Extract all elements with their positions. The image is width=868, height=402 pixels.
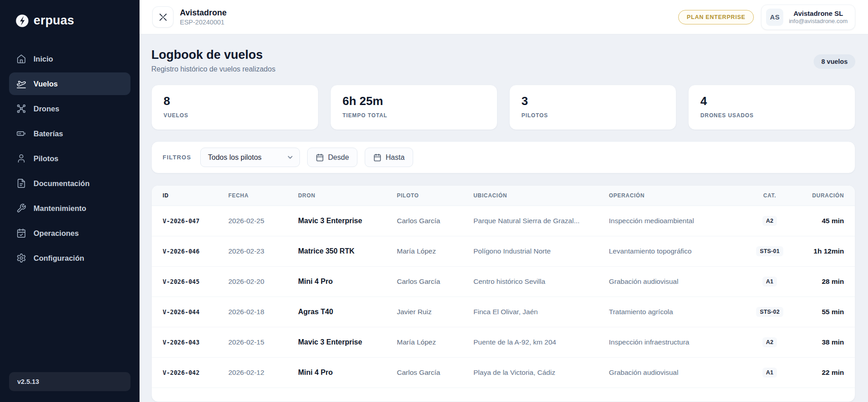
sidebar-item-label: Documentación bbox=[34, 179, 90, 188]
table-row[interactable]: V-2026-0452026-02-20Mini 4 ProCarlos Gar… bbox=[152, 267, 855, 297]
cell-duracion: 45 min bbox=[795, 217, 844, 225]
brand-logo-icon bbox=[15, 14, 29, 28]
column-header: DRON bbox=[298, 192, 397, 199]
cell-ubicacion: Finca El Olivar, Jaén bbox=[473, 308, 609, 316]
cell-fecha: 2026-02-18 bbox=[228, 308, 298, 316]
cell-id: V-2026-045 bbox=[163, 278, 228, 285]
table-row[interactable]: V-2026-0462026-02-23Matrice 350 RTKMaría… bbox=[152, 236, 855, 267]
sidebar-item-documentacion[interactable]: Documentación bbox=[9, 172, 130, 195]
cell-operacion: Grabación audiovisual bbox=[609, 278, 745, 286]
cell-dron: Mavic 3 Enterprise bbox=[298, 217, 397, 225]
category-badge: STS-02 bbox=[756, 307, 783, 317]
table-row[interactable]: V-2026-0432026-02-15Mavic 3 EnterpriseMa… bbox=[152, 327, 855, 358]
cell-cat: A2 bbox=[745, 216, 795, 226]
date-to-button[interactable]: Hasta bbox=[365, 148, 413, 167]
sidebar-item-label: Baterías bbox=[34, 129, 63, 138]
date-from-button[interactable]: Desde bbox=[307, 148, 357, 167]
cell-duracion: 55 min bbox=[795, 308, 844, 316]
stat-value: 6h 25m bbox=[342, 94, 485, 108]
date-from-label: Desde bbox=[328, 153, 349, 162]
user-icon bbox=[16, 153, 26, 163]
cell-cat: A2 bbox=[745, 337, 795, 347]
cell-cat: A1 bbox=[745, 277, 795, 287]
cell-dron: Mini 4 Pro bbox=[298, 278, 397, 286]
calendar-icon bbox=[316, 153, 324, 162]
sidebar-item-label: Drones bbox=[34, 105, 59, 113]
table-row[interactable]: V-2026-0472026-02-25Mavic 3 EnterpriseCa… bbox=[152, 206, 855, 236]
cell-cat: STS-01 bbox=[745, 246, 795, 256]
sidebar-item-pilotos[interactable]: Pilotos bbox=[9, 147, 130, 170]
user-email: info@avistadrone.com bbox=[789, 18, 848, 24]
category-badge: A1 bbox=[762, 277, 777, 287]
page-head-text: Logbook de vuelos Registro histórico de … bbox=[151, 48, 275, 73]
pilot-select-value: Todos los pilotos bbox=[208, 153, 261, 162]
drone-icon bbox=[16, 104, 26, 114]
stat-value: 4 bbox=[700, 94, 843, 108]
category-badge: A1 bbox=[762, 368, 777, 378]
category-badge: A2 bbox=[762, 216, 777, 226]
cell-piloto: María López bbox=[397, 338, 473, 346]
cell-ubicacion: Puente de la A-92, km 204 bbox=[473, 338, 609, 346]
sidebar-item-baterias[interactable]: Baterías bbox=[9, 122, 130, 145]
stat-value: 3 bbox=[521, 94, 664, 108]
cell-operacion: Levantamiento topográfico bbox=[609, 247, 745, 255]
cell-id: V-2026-047 bbox=[163, 217, 228, 225]
user-meta: Avistadrone SL info@avistadrone.com bbox=[789, 10, 848, 24]
page-subtitle: Registro histórico de vuelos realizados bbox=[151, 65, 275, 73]
table-row[interactable]: V-2026-0422026-02-12Mini 4 ProCarlos Gar… bbox=[152, 358, 855, 388]
sidebar-item-drones[interactable]: Drones bbox=[9, 97, 130, 120]
brand-logo: erpuas bbox=[9, 14, 130, 28]
cell-id: V-2026-046 bbox=[163, 248, 228, 255]
stat-card: 8VUELOS bbox=[151, 85, 318, 130]
stat-label: TIEMPO TOTAL bbox=[342, 112, 485, 119]
sidebar-item-label: Configuración bbox=[34, 254, 84, 263]
flight-count-badge: 8 vuelos bbox=[814, 54, 855, 69]
filters-label: FILTROS bbox=[163, 154, 191, 161]
cell-cat: STS-02 bbox=[745, 307, 795, 317]
plan-badge: PLAN ENTERPRISE bbox=[678, 10, 754, 24]
battery-icon bbox=[16, 129, 26, 139]
home-icon bbox=[16, 54, 26, 64]
cell-id: V-2026-044 bbox=[163, 308, 228, 316]
column-header: ID bbox=[163, 192, 228, 199]
cell-id: V-2026-042 bbox=[163, 369, 228, 376]
sidebar-item-vuelos[interactable]: Vuelos bbox=[9, 72, 130, 95]
sidebar-item-mantenimiento[interactable]: Mantenimiento bbox=[9, 197, 130, 220]
main-area: Avistadrone ESP-20240001 PLAN ENTERPRISE… bbox=[140, 0, 868, 402]
cell-piloto: Carlos García bbox=[397, 368, 473, 377]
user-menu[interactable]: AS Avistadrone SL info@avistadrone.com bbox=[761, 5, 855, 30]
column-header: DURACIÓN bbox=[795, 192, 844, 199]
sidebar-item-label: Mantenimiento bbox=[34, 204, 86, 213]
stat-label: VUELOS bbox=[164, 112, 306, 119]
stat-value: 8 bbox=[164, 94, 306, 108]
pilot-select[interactable]: Todos los pilotos bbox=[200, 148, 300, 167]
table-row[interactable]: V-2026-0442026-02-18Agras T40Javier Ruiz… bbox=[152, 297, 855, 327]
calendar-check-icon bbox=[16, 228, 26, 238]
document-icon bbox=[16, 178, 26, 188]
version-badge: v2.5.13 bbox=[9, 372, 130, 391]
wrench-icon bbox=[16, 203, 26, 213]
column-header: FECHA bbox=[228, 192, 298, 199]
stat-label: DRONES USADOS bbox=[700, 112, 843, 119]
cell-operacion: Inspección medioambiental bbox=[609, 217, 745, 225]
chevron-down-icon bbox=[286, 153, 294, 161]
cell-id: V-2026-043 bbox=[163, 339, 228, 346]
company-meta: Avistadrone ESP-20240001 bbox=[180, 8, 227, 26]
sidebar-item-configuracion[interactable]: Configuración bbox=[9, 247, 130, 269]
stat-label: PILOTOS bbox=[521, 112, 664, 119]
cell-piloto: Carlos García bbox=[397, 278, 473, 286]
sidebar-item-inicio[interactable]: Inicio bbox=[9, 48, 130, 70]
page-title: Logbook de vuelos bbox=[151, 48, 275, 62]
cell-fecha: 2026-02-20 bbox=[228, 278, 298, 286]
sidebar-item-operaciones[interactable]: Operaciones bbox=[9, 222, 130, 244]
stat-card: 4DRONES USADOS bbox=[688, 85, 855, 130]
company-block: Avistadrone ESP-20240001 bbox=[152, 6, 227, 28]
cell-operacion: Inspección infraestructura bbox=[609, 338, 745, 346]
sidebar-item-label: Inicio bbox=[34, 55, 53, 63]
category-badge: A2 bbox=[762, 337, 777, 347]
cell-fecha: 2026-02-23 bbox=[228, 247, 298, 255]
topbar: Avistadrone ESP-20240001 PLAN ENTERPRISE… bbox=[140, 0, 868, 34]
page-content: Logbook de vuelos Registro histórico de … bbox=[140, 34, 868, 402]
date-to-label: Hasta bbox=[386, 153, 405, 162]
cell-dron: Mavic 3 Enterprise bbox=[298, 338, 397, 346]
